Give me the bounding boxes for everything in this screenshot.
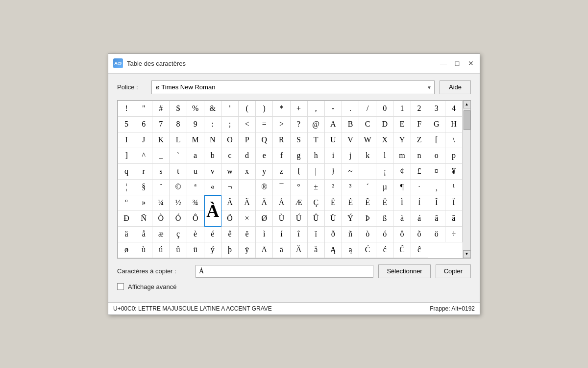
char-cell[interactable]: r: [135, 164, 152, 180]
maximize-button[interactable]: □: [453, 59, 461, 67]
char-cell[interactable]: Ĉ: [393, 242, 411, 258]
char-cell[interactable]: À: [204, 195, 221, 227]
char-cell[interactable]: Û: [308, 211, 325, 227]
char-cell[interactable]: Ò: [152, 211, 170, 227]
char-cell[interactable]: Ú: [291, 211, 308, 227]
scrollbar[interactable]: ▲ ▼: [463, 101, 470, 258]
char-cell[interactable]: ": [135, 101, 152, 117]
char-cell[interactable]: ­: [239, 180, 256, 195]
char-cell[interactable]: Ñ: [135, 211, 152, 227]
char-cell[interactable]: à: [393, 211, 411, 227]
char-cell[interactable]: z: [273, 164, 290, 180]
char-cell[interactable]: ì: [256, 227, 273, 242]
char-cell[interactable]: ¸: [428, 180, 445, 195]
char-cell[interactable]: ö: [428, 227, 445, 242]
char-cell[interactable]: ¶: [393, 180, 411, 195]
char-cell[interactable]: ã: [445, 211, 463, 227]
char-cell[interactable]: ò: [359, 227, 376, 242]
char-cell[interactable]: ï: [308, 227, 325, 242]
char-cell[interactable]: %: [187, 101, 204, 117]
char-cell[interactable]: _: [152, 148, 170, 164]
char-cell[interactable]: 8: [170, 117, 187, 132]
char-cell[interactable]: |: [308, 164, 325, 180]
char-cell[interactable]: `: [170, 148, 187, 164]
char-cell[interactable]: Ć: [359, 242, 376, 258]
char-cell[interactable]: Ç: [308, 195, 325, 211]
char-cell[interactable]: Ą: [325, 242, 342, 258]
char-cell[interactable]: î: [291, 227, 308, 242]
char-cell[interactable]: Q: [256, 132, 273, 148]
char-cell[interactable]: ¯: [273, 180, 290, 195]
char-cell[interactable]: Í: [411, 195, 428, 211]
char-cell[interactable]: Ä: [256, 195, 273, 211]
char-cell[interactable]: ´: [359, 180, 376, 195]
char-cell[interactable]: ñ: [342, 227, 359, 242]
char-cell[interactable]: ú: [152, 242, 170, 258]
char-cell[interactable]: B: [342, 117, 359, 132]
char-cell[interactable]: 0: [376, 101, 393, 117]
char-cell[interactable]: !: [118, 101, 135, 117]
char-cell[interactable]: É: [342, 195, 359, 211]
char-cell[interactable]: Ý: [342, 211, 359, 227]
char-cell[interactable]: ß: [376, 211, 393, 227]
char-cell[interactable]: X: [376, 132, 393, 148]
char-cell[interactable]: ¼: [152, 195, 170, 211]
char-cell[interactable]: ^: [135, 148, 152, 164]
char-cell[interactable]: d: [239, 148, 256, 164]
char-cell[interactable]: e: [256, 148, 273, 164]
char-cell[interactable]: §: [135, 180, 152, 195]
char-cell[interactable]: ç: [170, 227, 187, 242]
char-cell[interactable]: á: [411, 211, 428, 227]
char-cell[interactable]: w: [221, 164, 239, 180]
char-cell[interactable]: Y: [393, 132, 411, 148]
char-cell[interactable]: õ: [411, 227, 428, 242]
char-cell[interactable]: q: [118, 164, 135, 180]
char-cell[interactable]: l: [376, 148, 393, 164]
char-cell[interactable]: <: [239, 117, 256, 132]
char-cell[interactable]: ³: [342, 180, 359, 195]
char-cell[interactable]: Ø: [256, 211, 273, 227]
close-button[interactable]: ✕: [467, 59, 475, 67]
char-cell[interactable]: ,: [308, 101, 325, 117]
char-cell[interactable]: ÷: [445, 227, 463, 242]
char-cell[interactable]: g: [291, 148, 308, 164]
char-cell[interactable]: ¥: [445, 164, 463, 180]
char-cell[interactable]: P: [239, 132, 256, 148]
char-cell[interactable]: ±: [308, 180, 325, 195]
char-cell[interactable]: ¹: [445, 180, 463, 195]
char-cell[interactable]: t: [170, 164, 187, 180]
char-cell[interactable]: a: [187, 148, 204, 164]
char-cell[interactable]: n: [411, 148, 428, 164]
char-cell[interactable]: L: [170, 132, 187, 148]
char-cell[interactable]: m: [393, 148, 411, 164]
char-cell[interactable]: â: [428, 211, 445, 227]
copy-input[interactable]: [196, 265, 373, 278]
char-cell[interactable]: D: [376, 117, 393, 132]
char-cell[interactable]: :: [204, 117, 221, 132]
char-cell[interactable]: ü: [187, 242, 204, 258]
char-cell[interactable]: ¤: [428, 164, 445, 180]
char-cell[interactable]: h: [308, 148, 325, 164]
char-cell[interactable]: W: [359, 132, 376, 148]
char-cell[interactable]: ĉ: [411, 242, 428, 258]
char-cell[interactable]: 4: [445, 101, 463, 117]
char-cell[interactable]: }: [325, 164, 342, 180]
scroll-up-button[interactable]: ▲: [463, 101, 471, 108]
char-cell[interactable]: V: [342, 132, 359, 148]
char-cell[interactable]: J: [135, 132, 152, 148]
char-cell[interactable]: o: [428, 148, 445, 164]
char-cell[interactable]: Ã: [239, 195, 256, 211]
char-cell[interactable]: ·: [411, 180, 428, 195]
char-cell[interactable]: Z: [411, 132, 428, 148]
char-cell[interactable]: ê: [221, 227, 239, 242]
char-cell[interactable]: ø: [118, 242, 135, 258]
select-button[interactable]: Sélectionner: [378, 264, 430, 278]
char-cell[interactable]: s: [152, 164, 170, 180]
char-cell[interactable]: ä: [118, 227, 135, 242]
char-cell[interactable]: E: [393, 117, 411, 132]
char-cell[interactable]: (: [239, 101, 256, 117]
char-cell[interactable]: ë: [239, 227, 256, 242]
char-cell[interactable]: µ: [376, 180, 393, 195]
char-cell[interactable]: ~: [342, 164, 359, 180]
char-cell[interactable]: ¦: [118, 180, 135, 195]
